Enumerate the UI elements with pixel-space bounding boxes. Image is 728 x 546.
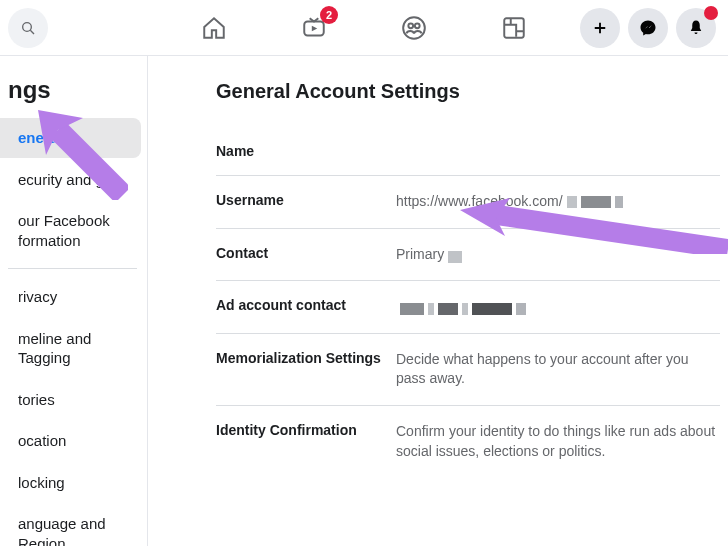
sidebar-item-security[interactable]: ecurity and gin [0,160,141,200]
row-memorial[interactable]: Memorialization Settings Decide what hap… [216,334,720,406]
sidebar-item-general[interactable]: eneral [0,118,141,158]
top-nav-center: 2 [194,8,534,48]
svg-point-0 [23,22,32,31]
row-memorial-value: Decide what happens to your account afte… [396,350,720,389]
nav-groups[interactable] [394,8,434,48]
gaming-icon [501,15,527,41]
row-username-label: Username [216,192,396,208]
watch-badge: 2 [320,6,338,24]
messenger-icon [639,19,657,37]
row-adcontact-value [396,297,720,317]
bell-icon [687,19,705,37]
svg-point-4 [408,23,413,28]
sidebar-item-location[interactable]: ocation [0,421,141,461]
redacted-contact [448,249,466,261]
svg-point-3 [403,17,425,39]
row-identity-value: Confirm your identity to do things like … [396,422,720,461]
row-contact-value: Primary [396,245,720,265]
sidebar-item-your-info[interactable]: our Facebook formation [0,201,141,260]
svg-point-5 [415,23,420,28]
nav-gaming[interactable] [494,8,534,48]
nav-watch[interactable]: 2 [294,8,334,48]
main-area: ngs eneral ecurity and gin our Facebook … [0,56,728,546]
search-button[interactable] [8,8,48,48]
create-button[interactable] [580,8,620,48]
sidebar-divider [8,268,137,269]
settings-sidebar: ngs eneral ecurity and gin our Facebook … [0,56,148,546]
sidebar-item-timeline[interactable]: meline and Tagging [0,319,141,378]
row-memorial-label: Memorialization Settings [216,350,396,366]
sidebar-item-language[interactable]: anguage and Region [0,504,141,546]
sidebar-item-blocking[interactable]: locking [0,463,141,503]
content-panel: General Account Settings Name Username h… [188,56,728,546]
home-icon [201,15,227,41]
groups-icon [401,15,427,41]
svg-line-1 [30,30,34,34]
row-contact[interactable]: Contact Primary [216,229,720,282]
redacted-username [567,196,627,208]
redacted-adcontact [400,301,530,313]
row-adcontact-label: Ad account contact [216,297,396,313]
search-icon [20,20,36,36]
nav-home[interactable] [194,8,234,48]
row-username-value: https://www.facebook.com/ [396,192,720,212]
row-adcontact[interactable]: Ad account contact [216,281,720,334]
sidebar-heading: ngs [0,76,147,116]
notifications-button[interactable] [676,8,716,48]
notifications-badge [704,6,718,20]
row-name-label: Name [216,143,396,159]
row-contact-label: Contact [216,245,396,261]
row-identity[interactable]: Identity Confirmation Confirm your ident… [216,406,720,477]
row-username[interactable]: Username https://www.facebook.com/ [216,176,720,229]
plus-icon [591,19,609,37]
page-title: General Account Settings [216,80,720,103]
top-bar-right [580,8,716,48]
messenger-button[interactable] [628,8,668,48]
row-name[interactable]: Name [216,127,720,176]
top-bar: 2 [0,0,728,56]
row-identity-label: Identity Confirmation [216,422,396,438]
sidebar-item-privacy[interactable]: rivacy [0,277,141,317]
svg-rect-6 [504,18,524,38]
sidebar-item-stories[interactable]: tories [0,380,141,420]
